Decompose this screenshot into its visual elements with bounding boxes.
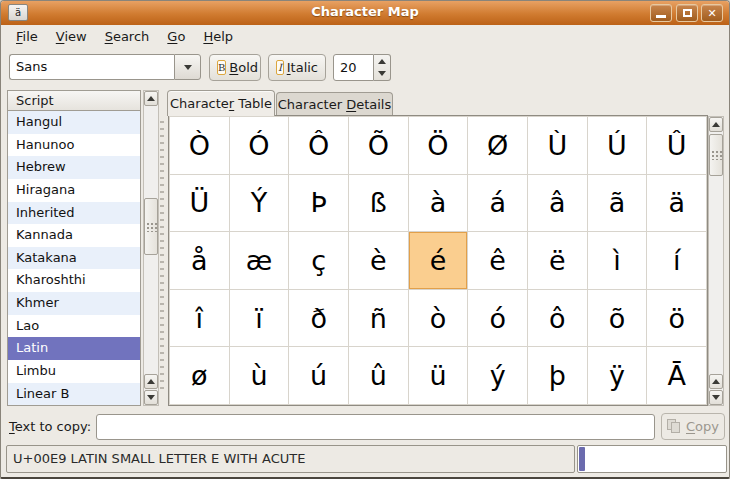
copy-button[interactable]: Copy — [661, 413, 725, 440]
script-item-linear-b[interactable]: Linear B — [8, 383, 140, 406]
char-cell[interactable]: Õ — [349, 117, 408, 174]
script-item-kannada[interactable]: Kannada — [8, 224, 140, 247]
pane-splitter-handle[interactable] — [160, 121, 164, 393]
char-cell[interactable]: ê — [468, 232, 527, 289]
close-button[interactable]: ✕ — [701, 4, 723, 22]
char-cell[interactable]: Þ — [289, 175, 348, 232]
char-cell[interactable]: à — [409, 175, 468, 232]
font-size-input[interactable]: 20 — [333, 54, 374, 81]
char-cell[interactable]: æ — [230, 232, 289, 289]
char-cell[interactable]: ó — [468, 290, 527, 347]
menu-help[interactable]: Help — [195, 27, 241, 46]
char-cell[interactable]: Ú — [588, 117, 647, 174]
char-cell[interactable]: ë — [528, 232, 587, 289]
maximize-button[interactable] — [676, 4, 698, 22]
grip-icon — [711, 150, 722, 160]
menu-view[interactable]: View — [48, 27, 95, 46]
scroll-down-button[interactable] — [709, 390, 723, 405]
char-cell[interactable]: Ý — [230, 175, 289, 232]
script-item-inherited[interactable]: Inherited — [8, 202, 140, 225]
font-dropdown-button[interactable] — [174, 54, 201, 80]
spin-up-icon[interactable] — [378, 59, 386, 64]
menubar: File View Search Go Help — [2, 25, 728, 47]
scroll-down-button[interactable] — [144, 390, 158, 405]
script-item-hebrew[interactable]: Hebrew — [8, 156, 140, 179]
statusbar-right-field[interactable] — [577, 445, 727, 473]
script-item-hangul[interactable]: Hangul — [8, 111, 140, 134]
font-family-input[interactable]: Sans — [9, 54, 174, 80]
scroll-up-button[interactable] — [709, 117, 723, 132]
scroll-up-button-secondary[interactable] — [144, 374, 158, 389]
minimize-button[interactable] — [650, 4, 672, 22]
script-item-katakana[interactable]: Katakana — [8, 247, 140, 270]
script-list-scrollbar[interactable] — [143, 90, 159, 406]
char-cell[interactable]: ì — [588, 232, 647, 289]
char-cell[interactable]: á — [468, 175, 527, 232]
char-cell[interactable]: ø — [170, 347, 229, 404]
char-cell[interactable]: í — [647, 232, 706, 289]
char-cell[interactable]: ä — [647, 175, 706, 232]
char-cell[interactable]: Ü — [170, 175, 229, 232]
tab-character-details[interactable]: Character Details — [276, 92, 393, 116]
char-cell[interactable]: ý — [468, 347, 527, 404]
char-cell[interactable]: è — [349, 232, 408, 289]
text-to-copy-input[interactable] — [96, 414, 655, 440]
char-cell[interactable]: î — [170, 290, 229, 347]
char-cell[interactable]: Ó — [230, 117, 289, 174]
script-column-header[interactable]: Script — [7, 90, 141, 111]
char-cell-selected[interactable]: é — [409, 232, 468, 289]
script-item-latin-selected[interactable]: Latin — [8, 337, 140, 360]
char-cell[interactable]: ò — [409, 290, 468, 347]
bold-button[interactable]: B Bold — [209, 54, 261, 81]
char-cell[interactable]: ð — [289, 290, 348, 347]
script-item-khmer[interactable]: Khmer — [8, 292, 140, 315]
char-cell[interactable]: ç — [289, 232, 348, 289]
char-cell[interactable]: Ā — [647, 347, 706, 404]
grip-icon — [146, 222, 157, 232]
script-item-limbu[interactable]: Limbu — [8, 360, 140, 383]
char-cell[interactable]: Ô — [289, 117, 348, 174]
script-item-kharoshthi[interactable]: Kharoshthi — [8, 269, 140, 292]
char-cell[interactable]: ú — [289, 347, 348, 404]
char-cell[interactable]: ü — [409, 347, 468, 404]
char-cell[interactable]: ã — [588, 175, 647, 232]
titlebar[interactable]: ä Character Map ✕ — [1, 1, 729, 25]
char-cell[interactable]: ö — [647, 290, 706, 347]
char-cell[interactable]: å — [170, 232, 229, 289]
char-cell[interactable]: þ — [528, 347, 587, 404]
script-item-hiragana[interactable]: Hiragana — [8, 179, 140, 202]
scroll-up-button-secondary[interactable] — [709, 374, 723, 389]
char-cell[interactable]: Û — [647, 117, 706, 174]
scrollbar-thumb[interactable] — [144, 198, 158, 255]
char-cell[interactable]: ù — [230, 347, 289, 404]
char-cell[interactable]: û — [349, 347, 408, 404]
char-cell[interactable]: Ò — [170, 117, 229, 174]
char-cell[interactable]: ï — [230, 290, 289, 347]
char-cell[interactable]: Ø — [468, 117, 527, 174]
char-cell[interactable]: õ — [588, 290, 647, 347]
script-item-hanunoo[interactable]: Hanunoo — [8, 134, 140, 157]
scrollbar-thumb[interactable] — [709, 134, 723, 176]
scroll-down-icon — [147, 395, 155, 400]
menu-go[interactable]: Go — [159, 27, 193, 46]
tab-character-table[interactable]: Character Table — [167, 90, 275, 116]
character-map-window: ä Character Map ✕ File View Search Go He… — [0, 0, 730, 479]
char-cell[interactable]: â — [528, 175, 587, 232]
toolbar: Sans B Bold I Italic 20 — [2, 47, 728, 87]
script-item-lao[interactable]: Lao — [8, 315, 140, 338]
chevron-down-icon — [184, 65, 192, 70]
char-cell[interactable]: Ö — [409, 117, 468, 174]
char-cell[interactable]: ñ — [349, 290, 408, 347]
menu-search[interactable]: Search — [97, 27, 158, 46]
scroll-down-icon — [712, 395, 720, 400]
font-size-stepper[interactable] — [374, 54, 391, 81]
char-cell[interactable]: ô — [528, 290, 587, 347]
italic-button[interactable]: I Italic — [268, 54, 326, 81]
char-cell[interactable]: Ù — [528, 117, 587, 174]
menu-file[interactable]: File — [8, 27, 46, 46]
char-cell[interactable]: ß — [349, 175, 408, 232]
spin-down-icon[interactable] — [378, 71, 386, 76]
scroll-up-button[interactable] — [144, 91, 158, 106]
char-cell[interactable]: ÿ — [588, 347, 647, 404]
character-table-scrollbar[interactable] — [708, 116, 724, 406]
